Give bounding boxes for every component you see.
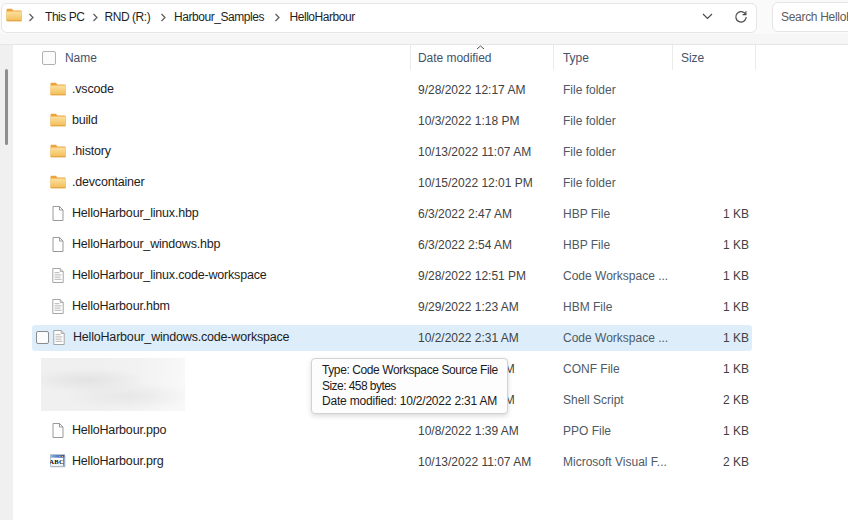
svg-text:ABC: ABC [50,458,64,465]
